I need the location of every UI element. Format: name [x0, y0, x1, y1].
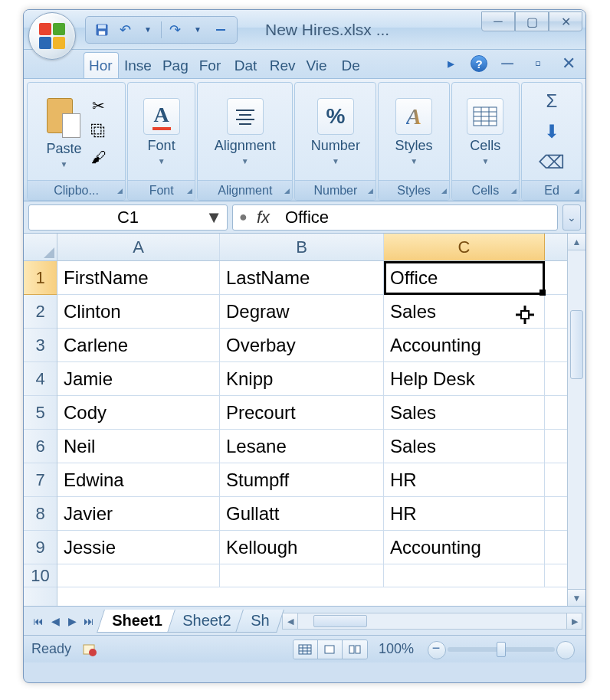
group-alignment-label[interactable]: Alignment	[198, 180, 292, 200]
cell[interactable]: Lesane	[220, 430, 384, 463]
group-editing-label[interactable]: Ed	[522, 180, 582, 200]
maximize-button[interactable]: ▢	[515, 11, 549, 31]
cell[interactable]: Jamie	[57, 362, 220, 395]
alignment-dialog-button[interactable]: Alignment ▼	[212, 93, 279, 170]
cell[interactable]: Neil	[57, 430, 220, 463]
redo-dropdown[interactable]: ▼	[188, 20, 208, 40]
hscroll-thumb[interactable]	[313, 615, 367, 627]
sheet-tab-2[interactable]: Sheet2	[167, 610, 246, 633]
redo-button[interactable]: ↷	[165, 20, 185, 40]
sheet-next-button[interactable]: ▶	[65, 615, 79, 627]
cell[interactable]: Accounting	[384, 329, 545, 361]
zoom-in-button[interactable]: +	[558, 640, 575, 657]
cells-button[interactable]: Cells ▼	[464, 93, 507, 170]
sheet-tab-3[interactable]: Sh	[235, 610, 284, 633]
tab-home[interactable]: Hor	[84, 52, 119, 78]
fill-button[interactable]: ⬇	[544, 121, 559, 142]
row-header-9[interactable]: 9	[24, 531, 57, 564]
number-dialog-button[interactable]: % Number ▼	[308, 93, 363, 170]
column-header-c[interactable]: C	[384, 234, 545, 260]
cell[interactable]: Carlene	[57, 329, 220, 361]
cell[interactable]: Sales	[384, 430, 545, 463]
group-clipboard-label[interactable]: Clipbo...	[28, 180, 125, 200]
column-header-b[interactable]: B	[220, 234, 384, 260]
zoom-slider[interactable]: − +	[448, 647, 555, 652]
row-header-8[interactable]: 8	[24, 497, 57, 531]
cell[interactable]: Help Desk	[384, 362, 545, 395]
column-header-a[interactable]: A	[57, 234, 220, 260]
cell[interactable]: Office	[384, 261, 545, 294]
zoom-thumb[interactable]	[497, 642, 506, 657]
row-header-2[interactable]: 2	[24, 295, 57, 329]
cell[interactable]: Javier	[57, 497, 220, 530]
group-cells-label[interactable]: Cells	[452, 180, 519, 200]
row-header-3[interactable]: 3	[24, 329, 57, 362]
cell[interactable]: Overbay	[220, 329, 384, 361]
horizontal-scrollbar[interactable]: ◀ ▶	[282, 613, 582, 630]
sheet-first-button[interactable]: ⏮	[31, 615, 45, 627]
scroll-right-icon[interactable]: ▶	[566, 613, 582, 629]
copy-button[interactable]: ⿻	[88, 121, 110, 142]
view-page-layout-button[interactable]	[318, 640, 343, 659]
expand-formula-bar-button[interactable]: ⌄	[562, 204, 581, 231]
cell[interactable]	[220, 564, 384, 587]
cell[interactable]: FirstName	[57, 261, 220, 294]
workbook-close-button[interactable]: ✕	[558, 54, 579, 73]
cell[interactable]: HR	[384, 497, 545, 530]
autosum-button[interactable]: Σ	[546, 90, 558, 112]
vertical-scrollbar[interactable]: ▲ ▼	[567, 234, 585, 606]
group-font-label[interactable]: Font	[128, 180, 195, 200]
vscroll-thumb[interactable]	[570, 310, 583, 379]
cell[interactable]: HR	[384, 463, 545, 496]
save-button[interactable]	[92, 20, 112, 40]
workbook-restore-button[interactable]: ▫	[527, 54, 549, 73]
cell[interactable]: Jessie	[57, 531, 220, 564]
row-header-5[interactable]: 5	[24, 396, 57, 430]
tab-page-layout[interactable]: Pag	[157, 52, 194, 78]
zoom-percent[interactable]: 100%	[379, 641, 414, 657]
group-styles-label[interactable]: Styles	[379, 180, 448, 200]
cell[interactable]: Sales	[384, 295, 545, 328]
cell[interactable]: Gullatt	[220, 497, 384, 530]
tab-formulas[interactable]: For	[194, 52, 229, 78]
minimize-ribbon-button[interactable]: ─	[497, 54, 518, 73]
tab-review[interactable]: Rev	[264, 52, 301, 78]
cut-button[interactable]: ✂	[88, 95, 110, 116]
sheet-last-button[interactable]: ⏭	[82, 615, 96, 627]
undo-button[interactable]: ↶	[115, 20, 135, 40]
close-button[interactable]: ✕	[549, 11, 582, 31]
tab-view[interactable]: Vie	[301, 52, 336, 78]
cell[interactable]: Clinton	[57, 295, 220, 328]
formula-input[interactable]: Office	[279, 208, 551, 227]
scroll-left-icon[interactable]: ◀	[283, 613, 298, 629]
help-button[interactable]: ?	[471, 55, 487, 72]
sheet-tab-1[interactable]: Sheet1	[97, 610, 177, 633]
scroll-down-icon[interactable]: ▼	[568, 589, 585, 606]
row-header-6[interactable]: 6	[24, 430, 57, 463]
view-page-break-button[interactable]	[343, 640, 367, 659]
office-button[interactable]	[28, 12, 76, 60]
row-header-7[interactable]: 7	[24, 463, 57, 497]
scroll-up-icon[interactable]: ▲	[568, 234, 585, 250]
font-dialog-button[interactable]: A Font ▼	[140, 93, 183, 170]
scroll-right-icon[interactable]: ▸	[440, 54, 461, 73]
group-number-label[interactable]: Number	[295, 180, 376, 200]
row-header-10[interactable]: 10	[24, 564, 57, 587]
cell[interactable]: Edwina	[57, 463, 220, 496]
undo-dropdown[interactable]: ▼	[138, 20, 158, 40]
fx-icon[interactable]: fx	[257, 208, 270, 227]
view-normal-button[interactable]	[294, 640, 318, 659]
sheet-prev-button[interactable]: ◀	[48, 615, 62, 627]
styles-button[interactable]: A Styles ▼	[392, 93, 436, 170]
cell[interactable]: Cody	[57, 396, 220, 429]
cancel-icon[interactable]: ●	[239, 209, 248, 225]
cell[interactable]: Kellough	[220, 531, 384, 564]
clear-button[interactable]: ⌫	[539, 152, 565, 173]
cell[interactable]: Precourt	[220, 396, 384, 429]
qat-customize[interactable]	[211, 20, 231, 40]
macro-record-icon[interactable]	[82, 642, 97, 657]
cell[interactable]: Knipp	[220, 362, 384, 395]
tab-developer[interactable]: De	[336, 52, 372, 78]
select-all-corner[interactable]	[24, 234, 57, 261]
tab-data[interactable]: Dat	[229, 52, 264, 78]
